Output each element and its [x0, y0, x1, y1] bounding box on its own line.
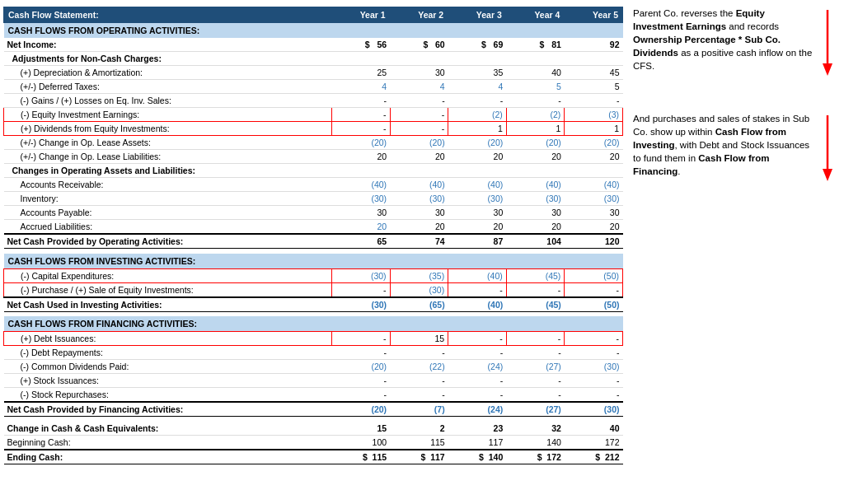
change-cash-row: Change in Cash & Cash Equivalents: 15 2 … — [4, 422, 623, 436]
annotation-section: Parent Co. reverses the Equity Investmen… — [626, 0, 844, 504]
deferred-taxes-row: (+/-) Deferred Taxes: 4 4 4 5 5 — [4, 80, 623, 94]
beginning-cash-row: Beginning Cash: 100 115 117 140 172 — [4, 435, 623, 450]
col-header-y3: Year 3 — [448, 7, 507, 23]
op-lease-assets-row: (+/-) Change in Op. Lease Assets: (20) (… — [4, 136, 623, 150]
annotation-block-1: Parent Co. reverses the Equity Investmen… — [633, 7, 837, 76]
annotation-1-text: Parent Co. reverses the Equity Investmen… — [633, 7, 813, 72]
net-financing-row: Net Cash Provided by Financing Activitie… — [4, 402, 623, 417]
annotation-2-text: And purchases and sales of stakes in Sub… — [633, 112, 813, 178]
annotation-arrow-2 — [818, 115, 837, 181]
debt-issuances-row: (+) Debt Issuances: - 15 - - - — [4, 332, 623, 346]
equity-investment-earnings-row: (-) Equity Investment Earnings: - - (2) … — [4, 108, 623, 122]
non-cash-charges-header: Adjustments for Non-Cash Charges: — [4, 52, 623, 66]
col-header-label: Cash Flow Statement: — [4, 7, 332, 23]
svg-marker-3 — [823, 169, 832, 181]
inventory-row: Inventory: (30) (30) (30) (30) (30) — [4, 192, 623, 206]
gains-losses-row: (-) Gains / (+) Losses on Eq. Inv. Sales… — [4, 94, 623, 108]
op-lease-liabilities-row: (+/-) Change in Op. Lease Liabilities: 2… — [4, 150, 623, 164]
net-income-row: Net Income: $ 56 $ 60 $ 69 $ 81 92 — [4, 38, 623, 52]
dividends-equity-row: (+) Dividends from Equity Investments: -… — [4, 122, 623, 136]
equity-investments-row: (-) Purchase / (+) Sale of Equity Invest… — [4, 282, 623, 297]
ending-cash-row: Ending Cash: $ 115 $ 117 $ 140 $ 172 $ 2… — [4, 450, 623, 464]
main-container: Cash Flow Statement: Year 1 Year 2 Year … — [0, 0, 844, 504]
common-dividends-row: (-) Common Dividends Paid: (20) (22) (24… — [4, 360, 623, 374]
debt-repayments-row: (-) Debt Repayments: - - - - - — [4, 346, 623, 360]
accounts-payable-row: Accounts Payable: 30 30 30 30 30 — [4, 206, 623, 220]
net-investing-row: Net Cash Used in Investing Activities: (… — [4, 297, 623, 312]
annotation-arrow-1 — [818, 10, 837, 76]
stock-repurchases-row: (-) Stock Repurchases: - - - - - — [4, 388, 623, 403]
cash-flow-table: Cash Flow Statement: Year 1 Year 2 Year … — [3, 7, 623, 464]
investing-section-header: CASH FLOWS FROM INVESTING ACTIVITIES: — [4, 254, 623, 269]
col-header-y5: Year 5 — [565, 7, 623, 23]
capital-expenditures-row: (-) Capital Expenditures: (30) (35) (40)… — [4, 268, 623, 282]
svg-marker-1 — [823, 63, 832, 76]
col-header-y1: Year 1 — [331, 7, 390, 23]
operating-assets-liabilities-header: Changes in Operating Assets and Liabilit… — [4, 164, 623, 178]
accounts-receivable-row: Accounts Receivable: (40) (40) (40) (40)… — [4, 178, 623, 192]
depreciation-row: (+) Depreciation & Amortization: 25 30 3… — [4, 66, 623, 80]
financing-section-header: CASH FLOWS FROM FINANCING ACTIVITIES: — [4, 316, 623, 332]
annotation-block-2: And purchases and sales of stakes in Sub… — [633, 112, 837, 181]
col-header-y2: Year 2 — [390, 7, 448, 23]
stock-issuances-row: (+) Stock Issuances: - - - - - — [4, 374, 623, 388]
table-section: Cash Flow Statement: Year 1 Year 2 Year … — [0, 0, 626, 504]
col-header-y4: Year 4 — [506, 7, 565, 23]
net-operating-row: Net Cash Provided by Operating Activitie… — [4, 234, 623, 249]
operating-section-header: CASH FLOWS FROM OPERATING ACTIVITIES: — [4, 23, 623, 39]
accrued-liabilities-row: Accrued Liabilities: 20 20 20 20 20 — [4, 220, 623, 235]
